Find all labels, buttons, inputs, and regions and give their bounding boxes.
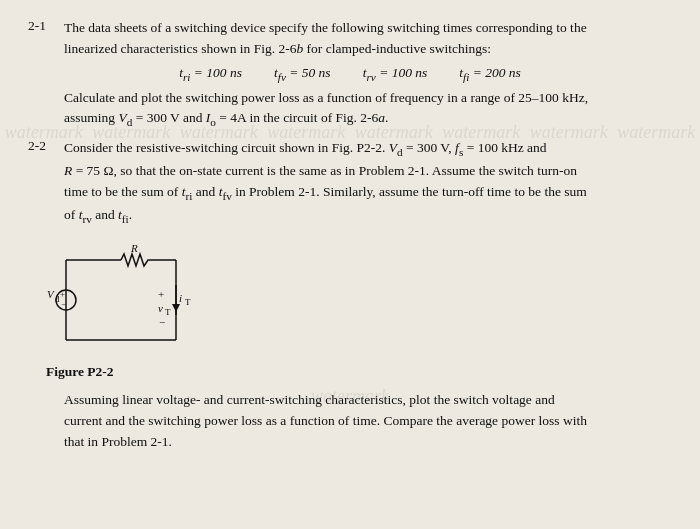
problem-2-1-calc-text: Calculate and plot the switching power l… xyxy=(64,88,672,132)
time-tfv: tfv = 50 ns xyxy=(274,65,331,83)
svg-text:−: − xyxy=(159,316,165,328)
svg-text:T: T xyxy=(165,307,171,317)
svg-text:d: d xyxy=(55,294,60,304)
svg-text:R: R xyxy=(130,242,138,254)
svg-marker-12 xyxy=(172,304,180,312)
time-trv: trv = 100 ns xyxy=(363,65,428,83)
svg-text:v: v xyxy=(158,302,163,314)
problem-2-1-text: The data sheets of a switching device sp… xyxy=(64,18,672,60)
svg-text:i: i xyxy=(179,292,182,304)
problem-2-1-number: 2-1 xyxy=(28,18,64,34)
problem-2-2-number: 2-2 xyxy=(28,138,64,154)
problem-2-2-line1: 2-2 Consider the resistive-switching cir… xyxy=(28,138,672,228)
circuit-diagram: + − V d R i T xyxy=(46,240,196,360)
time-tfi: tfi = 200 ns xyxy=(459,65,521,83)
figure-label: Figure P2-2 xyxy=(46,364,114,380)
svg-text:T: T xyxy=(185,297,191,307)
figure-container: + − V d R i T xyxy=(36,236,196,380)
problem-2-1-line1: 2-1 The data sheets of a switching devic… xyxy=(28,18,672,60)
svg-text:+: + xyxy=(60,289,65,299)
svg-text:+: + xyxy=(158,288,164,300)
bottom-text: Assuming linear voltage- and current-swi… xyxy=(64,390,672,453)
problem-2-2-text: Consider the resistive-switching circuit… xyxy=(64,138,672,228)
switching-times-row: tri = 100 ns tfv = 50 ns trv = 100 ns tf… xyxy=(28,65,672,83)
svg-text:−: − xyxy=(61,299,66,309)
svg-text:V: V xyxy=(47,288,55,300)
time-tri: tri = 100 ns xyxy=(179,65,242,83)
problem-2-2-block: 2-2 Consider the resistive-switching cir… xyxy=(28,138,672,228)
figure-area: + − V d R i T xyxy=(28,236,672,380)
page: 2-1 The data sheets of a switching devic… xyxy=(0,0,700,529)
problem-2-1-block: 2-1 The data sheets of a switching devic… xyxy=(28,18,672,132)
